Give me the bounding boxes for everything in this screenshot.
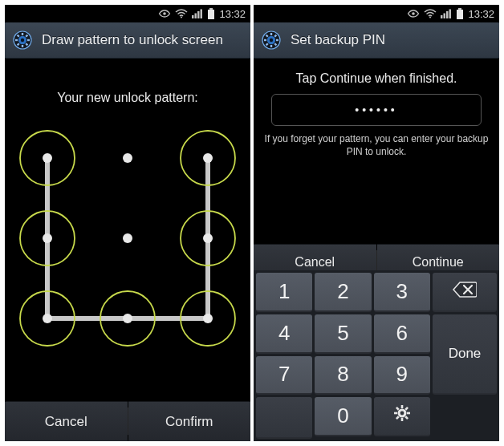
svg-rect-11 <box>15 39 18 41</box>
backup-pin-hint: If you forget your pattern, you can ente… <box>254 132 499 158</box>
pin-mask: •••••• <box>355 103 397 116</box>
settings-header: Draw pattern to unlock screen <box>5 22 250 59</box>
svg-rect-6 <box>209 8 213 10</box>
svg-point-0 <box>164 12 167 15</box>
svg-rect-12 <box>27 39 30 41</box>
key-blank <box>256 397 312 439</box>
wifi-icon <box>424 9 437 18</box>
svg-point-35 <box>413 12 416 15</box>
svg-rect-2 <box>192 15 194 18</box>
key-7[interactable]: 7 <box>256 356 312 395</box>
key-9[interactable]: 9 <box>374 356 430 395</box>
svg-rect-47 <box>276 39 278 41</box>
pattern-button-row: Cancel Confirm <box>5 401 250 441</box>
svg-rect-44 <box>270 33 272 35</box>
svg-rect-59 <box>396 416 400 420</box>
svg-rect-58 <box>404 407 408 411</box>
wifi-icon <box>175 9 188 18</box>
settings-icon <box>11 29 34 51</box>
svg-rect-10 <box>22 45 23 47</box>
confirm-button[interactable]: Confirm <box>128 401 251 441</box>
svg-rect-42 <box>457 10 463 19</box>
pattern-grid[interactable] <box>15 126 240 351</box>
svg-rect-39 <box>446 11 449 18</box>
key-8[interactable]: 8 <box>315 356 371 395</box>
key-done[interactable]: Done <box>433 314 497 395</box>
settings-header: Set backup PIN <box>254 22 499 59</box>
svg-rect-41 <box>458 8 461 10</box>
svg-rect-7 <box>208 10 214 19</box>
svg-point-53 <box>270 39 273 42</box>
battery-icon <box>207 8 215 19</box>
svg-point-63 <box>400 412 404 416</box>
pin-input[interactable]: •••••• <box>271 94 482 126</box>
svg-point-28 <box>203 153 213 163</box>
header-title: Set backup PIN <box>291 32 493 48</box>
svg-rect-57 <box>407 412 410 415</box>
backspace-icon <box>453 279 477 304</box>
svg-rect-45 <box>270 45 272 47</box>
svg-rect-37 <box>441 15 443 18</box>
signal-icon <box>192 9 203 18</box>
pin-prompt: Tap Continue when finished. <box>254 71 499 86</box>
svg-rect-46 <box>264 39 266 41</box>
svg-point-31 <box>203 233 213 243</box>
status-clock: 13:32 <box>219 8 246 20</box>
svg-rect-38 <box>444 14 446 19</box>
svg-point-34 <box>203 314 213 323</box>
numeric-keypad: 1 2 3 4 5 6 Done 7 8 9 0 <box>254 270 499 441</box>
svg-point-27 <box>123 153 132 163</box>
svg-point-26 <box>43 153 52 163</box>
key-5[interactable]: 5 <box>315 314 371 354</box>
svg-rect-9 <box>22 33 23 35</box>
svg-rect-56 <box>394 412 397 415</box>
settings-icon <box>260 29 282 51</box>
gear-icon <box>392 403 412 428</box>
status-clock: 13:32 <box>468 8 494 20</box>
key-settings[interactable] <box>374 397 430 436</box>
key-3[interactable]: 3 <box>374 273 430 312</box>
pattern-svg <box>15 126 240 351</box>
battery-icon <box>456 8 464 19</box>
phone-backup-pin-screen: 13:32 <box>254 5 499 441</box>
svg-point-33 <box>123 314 132 323</box>
svg-point-1 <box>181 17 182 18</box>
signal-icon <box>441 9 452 18</box>
svg-point-30 <box>123 233 132 243</box>
key-1[interactable]: 1 <box>256 273 312 312</box>
svg-rect-3 <box>195 14 197 19</box>
cancel-button[interactable]: Cancel <box>5 401 128 441</box>
phone-pattern-screen: 13:32 <box>5 5 250 441</box>
svg-rect-54 <box>401 405 404 408</box>
svg-rect-61 <box>404 416 408 420</box>
status-bar: 13:32 <box>5 5 250 22</box>
svg-point-32 <box>43 314 52 323</box>
svg-rect-5 <box>201 10 203 19</box>
svg-rect-4 <box>197 11 200 18</box>
svg-point-29 <box>43 233 52 243</box>
header-title: Draw pattern to unlock screen <box>42 32 244 48</box>
eye-icon <box>158 9 171 18</box>
key-4[interactable]: 4 <box>256 314 312 354</box>
key-2[interactable]: 2 <box>315 273 371 312</box>
svg-point-18 <box>21 39 24 42</box>
svg-rect-55 <box>401 418 404 421</box>
key-6[interactable]: 6 <box>374 314 430 354</box>
key-0[interactable]: 0 <box>315 397 371 436</box>
pattern-prompt: Your new unlock pattern: <box>5 91 250 105</box>
svg-point-36 <box>429 17 431 18</box>
key-backspace[interactable] <box>433 273 497 312</box>
svg-rect-60 <box>396 407 400 411</box>
svg-rect-40 <box>449 10 452 19</box>
status-bar: 13:32 <box>254 5 499 22</box>
eye-icon <box>407 9 420 18</box>
